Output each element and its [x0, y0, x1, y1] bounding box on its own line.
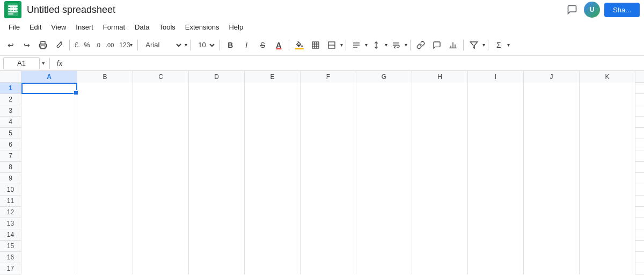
cell-A12[interactable] [21, 207, 77, 218]
cell-I11[interactable] [468, 196, 524, 207]
cell-G6[interactable] [356, 139, 412, 150]
cell-C14[interactable] [133, 229, 189, 241]
cell-F6[interactable] [301, 139, 356, 150]
col-header-f[interactable]: F [301, 71, 356, 83]
col-header-i[interactable]: I [468, 71, 524, 83]
insert-chart-button[interactable] [445, 38, 460, 53]
cell-D16[interactable] [189, 252, 245, 263]
cell-D1[interactable] [189, 83, 245, 94]
cell-J9[interactable] [524, 173, 580, 184]
share-button[interactable]: Sha... [604, 3, 640, 17]
cell-G14[interactable] [356, 229, 412, 241]
cell-B4[interactable] [77, 117, 133, 128]
cell-J15[interactable] [524, 241, 580, 252]
comment-button[interactable] [565, 2, 580, 17]
col-header-g[interactable]: G [356, 71, 412, 83]
cell-E12[interactable] [245, 207, 301, 218]
row-number-8[interactable]: 8 [0, 162, 21, 172]
cell-G15[interactable] [356, 241, 412, 252]
cell-J4[interactable] [524, 117, 580, 128]
functions-button[interactable]: Σ [491, 38, 506, 53]
cell-E15[interactable] [245, 241, 301, 252]
cell-A1[interactable] [21, 83, 77, 94]
row-number-14[interactable]: 14 [0, 229, 21, 240]
fill-color-button[interactable] [292, 38, 307, 53]
row-number-15[interactable]: 15 [0, 241, 21, 251]
cell-H14[interactable] [412, 229, 468, 241]
cell-B17[interactable] [77, 263, 133, 274]
cell-J12[interactable] [524, 207, 580, 218]
cell-K11[interactable] [580, 196, 635, 207]
cell-E3[interactable] [245, 105, 301, 117]
col-header-k[interactable]: K [580, 71, 635, 83]
cell-D2[interactable] [189, 94, 245, 105]
cell-I16[interactable] [468, 252, 524, 263]
cell-H11[interactable] [412, 196, 468, 207]
cell-C3[interactable] [133, 105, 189, 117]
row-number-17[interactable]: 17 [0, 263, 21, 274]
cell-I3[interactable] [468, 105, 524, 117]
formula-input[interactable] [67, 57, 641, 69]
cell-K17[interactable] [580, 263, 635, 274]
row-number-16[interactable]: 16 [0, 252, 21, 263]
cell-C12[interactable] [133, 207, 189, 218]
cell-J10[interactable] [524, 184, 580, 196]
cell-F5[interactable] [301, 128, 356, 139]
increase-decimal-button[interactable]: .00 [104, 38, 116, 53]
cell-E4[interactable] [245, 117, 301, 128]
cell-A17[interactable] [21, 263, 77, 274]
cell-K4[interactable] [580, 117, 635, 128]
cell-C5[interactable] [133, 128, 189, 139]
align-vert-dropdown[interactable]: ▾ [385, 42, 387, 48]
merge-dropdown[interactable]: ▾ [340, 42, 343, 48]
cell-K2[interactable] [580, 94, 635, 105]
cell-F11[interactable] [301, 196, 356, 207]
menu-insert[interactable]: Insert [71, 21, 98, 33]
cell-K5[interactable] [580, 128, 635, 139]
cell-A16[interactable] [21, 252, 77, 263]
cell-A14[interactable] [21, 229, 77, 241]
cell-H12[interactable] [412, 207, 468, 218]
paint-format-button[interactable] [52, 38, 67, 53]
cell-D11[interactable] [189, 196, 245, 207]
menu-file[interactable]: File [4, 21, 24, 33]
cell-K1[interactable] [580, 83, 635, 94]
cell-I13[interactable] [468, 218, 524, 229]
italic-button[interactable]: I [239, 38, 254, 53]
cell-H5[interactable] [412, 128, 468, 139]
cell-F2[interactable] [301, 94, 356, 105]
cell-F13[interactable] [301, 218, 356, 229]
cell-J13[interactable] [524, 218, 580, 229]
cell-J7[interactable] [524, 150, 580, 162]
cell-D3[interactable] [189, 105, 245, 117]
cell-F9[interactable] [301, 173, 356, 184]
cell-F1[interactable] [301, 83, 356, 94]
link-button[interactable] [413, 38, 428, 53]
merge-button[interactable] [324, 38, 339, 53]
cell-G3[interactable] [356, 105, 412, 117]
cell-D7[interactable] [189, 150, 245, 162]
cell-C1[interactable] [133, 83, 189, 94]
cell-J11[interactable] [524, 196, 580, 207]
filter-dropdown[interactable]: ▾ [482, 42, 485, 48]
cell-I10[interactable] [468, 184, 524, 196]
cell-G11[interactable] [356, 196, 412, 207]
format-number-button[interactable]: 123 ▾ [117, 38, 135, 53]
cell-G9[interactable] [356, 173, 412, 184]
row-number-9[interactable]: 9 [0, 173, 21, 184]
cell-F3[interactable] [301, 105, 356, 117]
cell-K14[interactable] [580, 229, 635, 241]
cell-A7[interactable] [21, 150, 77, 162]
cell-G2[interactable] [356, 94, 412, 105]
cell-C8[interactable] [133, 162, 189, 173]
cell-I14[interactable] [468, 229, 524, 241]
cell-B8[interactable] [77, 162, 133, 173]
cell-H1[interactable] [412, 83, 468, 94]
cell-D14[interactable] [189, 229, 245, 241]
cell-F15[interactable] [301, 241, 356, 252]
cell-I5[interactable] [468, 128, 524, 139]
col-header-h[interactable]: H [412, 71, 468, 83]
row-number-1[interactable]: 1 [0, 83, 21, 93]
col-header-e[interactable]: E [245, 71, 301, 83]
cell-D15[interactable] [189, 241, 245, 252]
